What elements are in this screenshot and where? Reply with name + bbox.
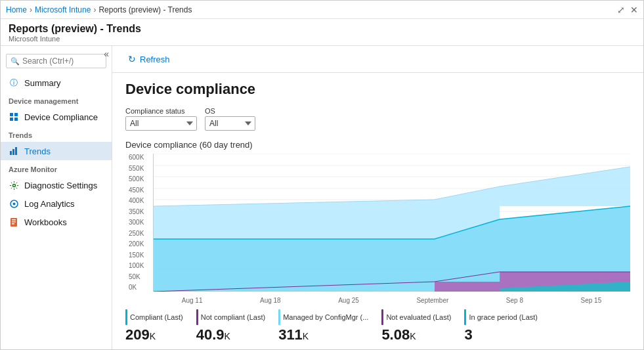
main-layout: « 🔍 ⓘ Summary Device management Device C… <box>1 46 643 349</box>
y-label-450k: 450K <box>129 186 144 194</box>
svg-point-9 <box>12 202 15 205</box>
x-label-aug11: Aug 11 <box>182 297 203 304</box>
breadcrumb-intune[interactable]: Microsoft Intune <box>35 5 91 14</box>
sidebar-item-summary-label: Summary <box>24 78 61 88</box>
legend-item-not-evaluated: Not evaluated (Last) 5.08K <box>381 309 451 343</box>
y-label-550k: 550K <box>129 165 144 172</box>
sidebar-item-trends[interactable]: Trends <box>1 142 112 160</box>
workbooks-icon <box>9 217 19 227</box>
chart-container: 0K 50K 100K 150K 200K 250K 300K 350K 400… <box>153 154 630 292</box>
log-analytics-icon <box>9 198 19 209</box>
y-label-250k: 250K <box>129 230 144 237</box>
page-title: Reports (preview) - Trends <box>9 23 635 35</box>
svg-rect-13 <box>12 223 14 225</box>
y-label-150k: 150K <box>129 252 144 259</box>
breadcrumb-home[interactable]: Home <box>6 5 27 14</box>
page-subtitle: Microsoft Intune <box>9 35 635 43</box>
svg-rect-3 <box>14 118 18 121</box>
sidebar-collapse-button[interactable]: « <box>104 49 109 59</box>
in-grace-period-color-bar <box>464 309 466 325</box>
y-label-100k: 100K <box>129 262 144 269</box>
content-area: ↻ Refresh Device compliance Compliance s… <box>112 46 643 349</box>
sidebar: « 🔍 ⓘ Summary Device management Device C… <box>1 46 112 349</box>
sidebar-item-workbooks-label: Workbooks <box>24 217 67 227</box>
x-label-aug18: Aug 18 <box>260 297 281 304</box>
sidebar-item-device-compliance-label: Device Compliance <box>24 112 98 122</box>
compliant-legend-label: Compliant (Last) <box>130 313 183 321</box>
not-compliant-value: 40.9K <box>196 326 265 343</box>
compliance-status-label: Compliance status <box>125 107 197 115</box>
managed-configmgr-area-right <box>500 167 630 206</box>
y-label-600k: 600K <box>129 154 144 161</box>
search-box[interactable]: 🔍 <box>6 54 106 68</box>
sidebar-item-diagnostic-settings[interactable]: Diagnostic Settings <box>1 176 112 194</box>
legend-item-managed-configmgr: Managed by ConfigMgr (... 311K <box>278 309 368 343</box>
os-label: OS <box>205 107 255 115</box>
chart-svg <box>154 154 630 292</box>
svg-rect-5 <box>12 149 14 155</box>
y-label-0k: 0K <box>129 284 144 291</box>
svg-rect-2 <box>10 118 13 121</box>
compliant-color-bar <box>125 309 127 325</box>
window-controls: ⤢ ✕ <box>617 5 638 15</box>
y-label-350k: 350K <box>129 208 144 215</box>
x-label-sep8: Sep 8 <box>506 297 523 304</box>
search-icon: 🔍 <box>11 57 20 66</box>
svg-rect-6 <box>15 147 17 155</box>
close-icon[interactable]: ✕ <box>630 5 638 15</box>
grid-icon <box>9 112 19 122</box>
chart-wrapper: 0K 50K 100K 150K 200K 250K 300K 350K 400… <box>153 154 630 304</box>
chart-section-title: Device compliance (60 day trend) <box>125 140 630 150</box>
gear-green-icon <box>9 180 19 190</box>
y-label-300k: 300K <box>129 219 144 226</box>
managed-configmgr-area <box>154 186 500 239</box>
svg-point-7 <box>12 184 15 186</box>
compliance-status-select[interactable]: All Compliant Not compliant Not evaluate… <box>125 116 197 131</box>
info-icon: ⓘ <box>9 77 19 88</box>
sidebar-item-workbooks[interactable]: Workbooks <box>1 213 112 231</box>
x-axis-labels: Aug 11 Aug 18 Aug 25 September Sep 8 Sep… <box>153 297 630 304</box>
sidebar-item-log-analytics[interactable]: Log Analytics <box>1 194 112 213</box>
svg-rect-11 <box>12 219 16 221</box>
title-bar: Home › Microsoft Intune › Reports (previ… <box>1 1 643 19</box>
app-window: Home › Microsoft Intune › Reports (previ… <box>0 0 644 350</box>
legend-item-not-compliant: Not compliant (Last) 40.9K <box>196 309 265 343</box>
content-toolbar: ↻ Refresh <box>112 46 643 73</box>
sidebar-item-device-compliance[interactable]: Device Compliance <box>1 108 112 126</box>
legend-item-compliant: Compliant (Last) 209K <box>125 309 183 343</box>
content-body: Device compliance Compliance status All … <box>112 73 643 349</box>
compliance-status-filter: Compliance status All Compliant Not comp… <box>125 107 197 131</box>
refresh-button[interactable]: ↻ Refresh <box>123 51 175 67</box>
legend-item-in-grace-period: In grace period (Last) 3 <box>464 309 538 343</box>
page-header: Reports (preview) - Trends Microsoft Int… <box>1 19 643 46</box>
y-label-50k: 50K <box>129 273 144 280</box>
not-evaluated-value: 5.08K <box>381 326 451 343</box>
svg-rect-12 <box>12 221 16 223</box>
device-compliance-heading: Device compliance <box>125 81 630 98</box>
refresh-icon: ↻ <box>128 54 136 64</box>
sidebar-section-trends: Trends <box>1 126 112 142</box>
sidebar-item-trends-label: Trends <box>24 146 51 156</box>
maximize-icon[interactable]: ⤢ <box>617 5 625 15</box>
legend-stats: Compliant (Last) 209K Not compliant (Las… <box>125 309 630 343</box>
search-input[interactable] <box>22 56 102 66</box>
not-evaluated-color-bar <box>381 309 383 325</box>
os-select[interactable]: All Windows iOS Android macOS <box>205 116 255 131</box>
y-label-500k: 500K <box>129 175 144 183</box>
managed-configmgr-legend-label: Managed by ConfigMgr (... <box>283 313 368 321</box>
breadcrumb-sep2: › <box>93 5 96 14</box>
compliant-value: 209K <box>125 326 183 343</box>
managed-configmgr-value: 311K <box>278 326 368 343</box>
sidebar-item-summary[interactable]: ⓘ Summary <box>1 74 112 92</box>
sidebar-item-diagnostic-settings-label: Diagnostic Settings <box>24 181 97 190</box>
x-label-aug25: Aug 25 <box>338 297 359 304</box>
in-grace-period-legend-label: In grace period (Last) <box>469 313 538 321</box>
svg-rect-0 <box>10 113 13 116</box>
refresh-label: Refresh <box>140 55 170 64</box>
svg-rect-1 <box>14 113 18 116</box>
not-evaluated-legend-label: Not evaluated (Last) <box>386 313 451 321</box>
not-compliant-color-bar <box>196 309 198 325</box>
sidebar-section-azure-monitor: Azure Monitor <box>1 160 112 176</box>
sidebar-item-log-analytics-label: Log Analytics <box>24 199 75 209</box>
chart-icon <box>9 146 19 156</box>
